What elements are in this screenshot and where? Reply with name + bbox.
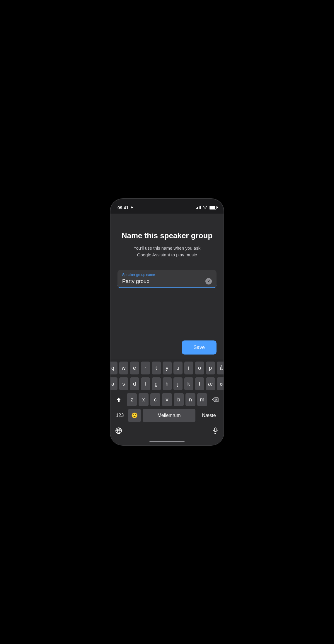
page-title: Name this speaker group (122, 231, 213, 240)
time-display: 09.41 (117, 205, 129, 210)
key-r[interactable]: r (141, 362, 150, 374)
key-v[interactable]: v (162, 393, 172, 406)
signal-icon (196, 206, 201, 209)
num-key[interactable]: 123 (113, 409, 126, 422)
main-content: Name this speaker group You'll use this … (110, 214, 224, 359)
status-icons (196, 205, 217, 210)
content-area: Name this speaker group You'll use this … (117, 214, 217, 340)
home-indicator (110, 439, 224, 445)
key-l[interactable]: l (195, 377, 204, 390)
save-area: Save (117, 340, 217, 359)
key-h[interactable]: h (163, 377, 172, 390)
key-m[interactable]: m (197, 393, 207, 406)
key-n[interactable]: n (185, 393, 195, 406)
key-p[interactable]: p (206, 362, 215, 374)
key-aa[interactable]: å (217, 362, 224, 374)
key-d[interactable]: d (130, 377, 139, 390)
keyboard-row-3: z x c v b n m (112, 393, 222, 406)
microphone-icon[interactable] (212, 427, 219, 436)
key-w[interactable]: w (119, 362, 128, 374)
location-icon: ➤ (130, 205, 133, 209)
svg-marker-0 (116, 398, 121, 402)
key-x[interactable]: x (139, 393, 149, 406)
key-y[interactable]: y (163, 362, 172, 374)
key-ae[interactable]: æ (206, 377, 215, 390)
globe-icon[interactable] (115, 427, 122, 436)
key-q[interactable]: q (110, 362, 117, 374)
key-oe[interactable]: ø (217, 377, 224, 390)
key-a[interactable]: a (110, 377, 117, 390)
wifi-icon (203, 205, 207, 210)
key-i[interactable]: i (184, 362, 193, 374)
page-subtitle: You'll use this name when you ask Google… (126, 245, 208, 258)
key-c[interactable]: c (150, 393, 160, 406)
home-bar (149, 441, 185, 442)
next-key[interactable]: Næste (197, 409, 221, 422)
phone-frame: 09.41 ➤ Name this s (110, 198, 224, 446)
clear-icon: × (207, 279, 210, 283)
input-label: Speaker group name (122, 273, 212, 277)
keyboard: q w e r t y u i o p å a s d f g h j k l … (110, 359, 224, 425)
key-b[interactable]: b (174, 393, 184, 406)
key-t[interactable]: t (152, 362, 161, 374)
save-button[interactable]: Save (182, 340, 217, 355)
status-time: 09.41 ➤ (117, 205, 133, 210)
key-e[interactable]: e (130, 362, 139, 374)
battery-icon (209, 206, 217, 209)
input-value[interactable]: Party group (122, 278, 149, 284)
key-s[interactable]: s (119, 377, 128, 390)
key-k[interactable]: k (184, 377, 193, 390)
clear-button[interactable]: × (205, 278, 212, 284)
status-bar: 09.41 ➤ (110, 199, 224, 214)
delete-key[interactable] (209, 393, 222, 406)
space-key[interactable]: Mellemrum (143, 409, 195, 422)
key-u[interactable]: u (173, 362, 183, 374)
key-z[interactable]: z (127, 393, 137, 406)
keyboard-bottom-bar (110, 425, 224, 439)
input-row: Party group × (122, 278, 212, 284)
keyboard-row-2: a s d f g h j k l æ ø (112, 377, 222, 390)
key-f[interactable]: f (141, 377, 150, 390)
key-o[interactable]: o (195, 362, 204, 374)
key-g[interactable]: g (152, 377, 161, 390)
shift-key[interactable] (112, 393, 125, 406)
keyboard-row-4: 123 🙂 Mellemrum Næste (112, 409, 222, 422)
speaker-group-name-field[interactable]: Speaker group name Party group × (117, 270, 217, 288)
emoji-key[interactable]: 🙂 (128, 409, 141, 422)
svg-rect-8 (214, 428, 216, 431)
key-j[interactable]: j (173, 377, 183, 390)
keyboard-row-1: q w e r t y u i o p å (112, 362, 222, 374)
